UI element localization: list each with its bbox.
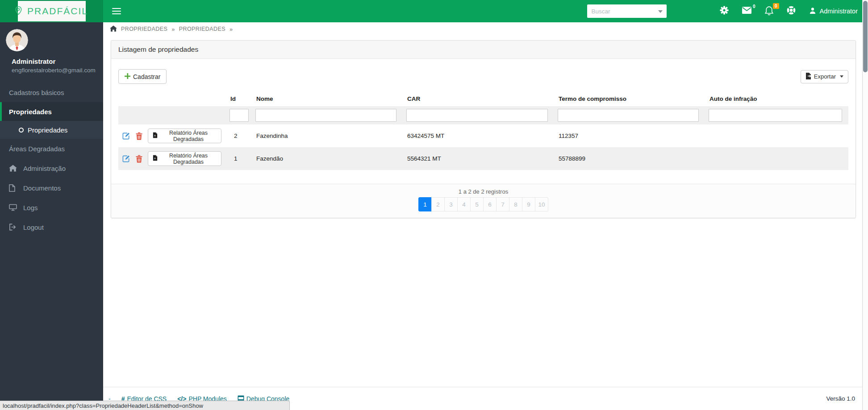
logout-icon — [9, 224, 21, 231]
messages-badge: 0 — [753, 4, 755, 9]
filter-input-id[interactable] — [230, 109, 249, 122]
map-pin-icon — [15, 6, 22, 17]
edit-icon — [122, 132, 130, 140]
sidebar-item-label: Logout — [23, 224, 44, 231]
page-button-5[interactable]: 5 — [470, 197, 484, 211]
global-search — [587, 4, 667, 18]
caret-down-icon — [840, 75, 843, 78]
properties-card: Listagem de propriedades Cadastrar Expor… — [111, 40, 856, 218]
card-body: Cadastrar Exportar — [111, 59, 855, 170]
brand-box: PRADFÁCIL — [18, 1, 86, 21]
sidebar-subitem-label: Propriedades — [28, 126, 67, 134]
filter-input-nome[interactable] — [255, 109, 396, 122]
page-button-6[interactable]: 6 — [483, 197, 497, 211]
sidebar-item-cadastros-basicos[interactable]: Cadastros básicos — [0, 83, 103, 102]
cell-car: 5564321 MT — [403, 147, 554, 170]
sidebar-subitem-propriedades[interactable]: Propriedades — [0, 121, 103, 139]
column-header-termo: Termo de compromisso — [554, 91, 705, 106]
vertical-scrollbar[interactable] — [862, 0, 868, 410]
column-header-nome: Nome — [252, 91, 403, 106]
breadcrumb-separator: » — [171, 26, 175, 33]
sidebar-item-label: Áreas Degradadas — [9, 145, 65, 153]
page-button-7[interactable]: 7 — [496, 197, 509, 211]
cell-termo: 112357 — [554, 124, 705, 147]
svg-text:A: A — [154, 157, 156, 160]
user-menu[interactable]: Administrator — [802, 7, 862, 16]
bell-icon — [765, 6, 773, 17]
messages-button[interactable]: 0 — [735, 0, 758, 22]
cell-auto — [705, 124, 848, 147]
delete-button[interactable] — [136, 132, 142, 140]
help-button[interactable] — [780, 0, 802, 22]
trash-icon — [136, 132, 142, 140]
brand-name: PRADFÁCIL — [27, 6, 88, 17]
page-button-4[interactable]: 4 — [457, 197, 471, 211]
sidebar-item-propriedades[interactable]: Propriedades — [0, 102, 103, 121]
card-title: Listagem de propriedades — [111, 41, 855, 59]
scrollbar-thumb[interactable] — [863, 1, 868, 72]
page-button-8[interactable]: 8 — [509, 197, 522, 211]
monitor-icon — [9, 204, 21, 211]
notifications-badge: 0 — [773, 3, 779, 9]
breadcrumb-separator: » — [230, 26, 233, 33]
page-button-1[interactable]: 1 — [418, 197, 432, 211]
sidebar-user-name: Administrator — [12, 58, 103, 65]
breadcrumb-item[interactable]: PROPRIEDADES — [121, 26, 167, 32]
sidebar-toggle-icon[interactable] — [112, 6, 121, 16]
settings-button[interactable] — [713, 0, 735, 22]
card-footer: 1 a 2 de 2 registros 1 2 3 4 5 6 7 8 9 1… — [111, 184, 855, 218]
filter-row — [118, 106, 848, 124]
file-pdf-icon: A — [153, 132, 158, 140]
sidebar-user-panel: Administrator engflorestalroberto@gmail.… — [0, 22, 103, 76]
chevron-down-icon[interactable] — [658, 10, 663, 13]
add-button[interactable]: Cadastrar — [118, 69, 167, 84]
export-button[interactable]: Exportar — [801, 70, 848, 83]
svg-text:A: A — [154, 134, 156, 137]
edit-button[interactable] — [122, 154, 130, 163]
delete-button[interactable] — [136, 155, 142, 163]
filter-input-auto[interactable] — [709, 109, 842, 122]
sidebar-item-label: Documentos — [23, 184, 61, 192]
page-button-3[interactable]: 3 — [444, 197, 458, 211]
home-icon — [9, 165, 21, 172]
page-button-10[interactable]: 10 — [535, 197, 548, 211]
report-button[interactable]: A Relatório Áreas Degradadas — [148, 128, 221, 143]
sidebar-item-label: Cadastros básicos — [9, 89, 64, 96]
add-button-label: Cadastrar — [133, 73, 160, 80]
notifications-button[interactable]: 0 — [758, 0, 780, 22]
sidebar-item-logout[interactable]: Logout — [0, 217, 103, 237]
column-header-car: CAR — [403, 91, 554, 106]
column-header-actions — [118, 91, 226, 106]
sidebar: Administrator engflorestalroberto@gmail.… — [0, 22, 103, 410]
main-content: PROPRIEDADES » PROPRIEDADES » Listagem d… — [103, 22, 862, 410]
trash-icon — [136, 155, 142, 163]
breadcrumb-item[interactable]: PROPRIEDADES — [179, 26, 225, 32]
filter-input-car[interactable] — [406, 109, 548, 122]
search-input[interactable] — [587, 4, 667, 18]
gear-icon — [720, 6, 729, 17]
column-header-id: Id — [226, 91, 252, 106]
filter-input-termo[interactable] — [558, 109, 699, 122]
sidebar-item-areas-degradadas[interactable]: Áreas Degradadas — [0, 139, 103, 158]
home-icon[interactable] — [110, 25, 117, 33]
filter-cell-empty — [118, 106, 226, 124]
report-button[interactable]: A Relatório Áreas Degradadas — [148, 151, 221, 166]
export-button-label: Exportar — [814, 73, 836, 80]
edit-button[interactable] — [122, 132, 130, 140]
sidebar-item-administracao[interactable]: Administração — [0, 158, 103, 178]
sidebar-user-email: engflorestalroberto@gmail.com — [12, 67, 103, 74]
sidebar-item-documentos[interactable]: Documentos — [0, 178, 103, 198]
pagination: 1 2 3 4 5 6 7 8 9 10 — [418, 197, 548, 211]
sidebar-item-logs[interactable]: Logs — [0, 198, 103, 217]
app-screen: PRADFÁCIL 0 0 — [0, 0, 868, 410]
edit-icon — [122, 154, 130, 163]
page-button-2[interactable]: 2 — [431, 197, 445, 211]
cell-car: 63424575 MT — [403, 124, 554, 147]
report-button-label: Relatório Áreas Degradadas — [160, 130, 217, 142]
envelope-icon — [742, 7, 751, 16]
sidebar-menu: Cadastros básicos Propriedades Proprieda… — [0, 83, 103, 237]
life-ring-icon — [787, 6, 796, 17]
sidebar-item-label: Logs — [23, 204, 38, 211]
page-button-9[interactable]: 9 — [522, 197, 535, 211]
brand-logo[interactable]: PRADFÁCIL — [0, 0, 103, 22]
